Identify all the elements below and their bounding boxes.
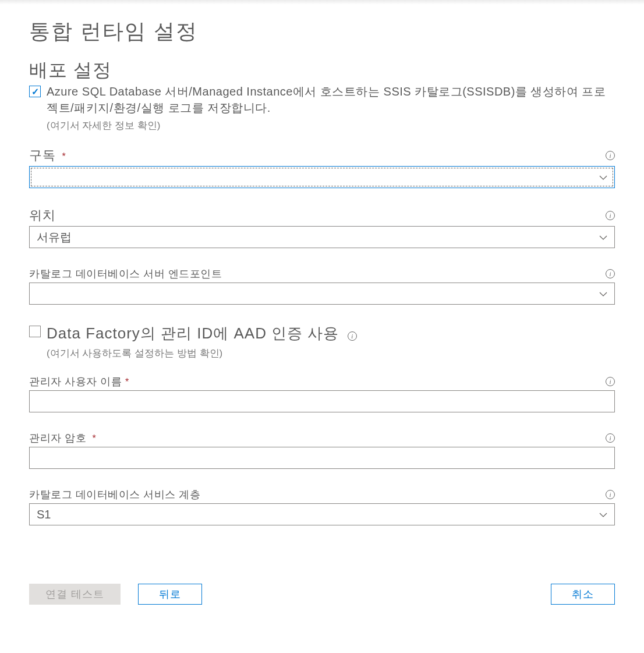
- endpoint-label: 카탈로그 데이터베이스 서버 엔드포인트: [29, 267, 222, 281]
- chevron-down-icon: [599, 510, 607, 519]
- aad-checkbox-label: Data Factory의 관리 ID에 AAD 인증 사용: [47, 324, 339, 342]
- admin-password-field-group: 관리자 암호 * i: [29, 431, 615, 469]
- chevron-down-icon: [599, 289, 607, 298]
- ssisdb-checkbox-row: ✓ Azure SQL Database 서버/Managed Instance…: [29, 83, 615, 116]
- footer-left: 연결 테스트 뒤로: [29, 584, 202, 605]
- service-tier-field-group: 카탈로그 데이터베이스 서비스 계층 i S1: [29, 488, 615, 525]
- info-icon[interactable]: i: [348, 331, 357, 341]
- info-icon[interactable]: i: [606, 490, 615, 499]
- chevron-down-icon: [599, 172, 607, 182]
- subscription-label-row: 구독 * i: [29, 147, 615, 164]
- admin-password-label-row: 관리자 암호 * i: [29, 431, 615, 445]
- admin-user-label: 관리자 사용자 이름: [29, 376, 122, 387]
- footer: 연결 테스트 뒤로 취소: [29, 572, 615, 605]
- admin-user-label-row: 관리자 사용자 이름* i: [29, 375, 615, 389]
- service-tier-value: S1: [37, 508, 51, 521]
- back-button[interactable]: 뒤로: [138, 584, 202, 605]
- location-field-group: 위치 i 서유럽: [29, 207, 615, 248]
- info-icon[interactable]: i: [606, 269, 615, 278]
- ssisdb-info-link[interactable]: (여기서 자세한 정보 확인): [47, 119, 615, 132]
- admin-password-label: 관리자 암호: [29, 432, 86, 444]
- settings-panel: 통합 런타임 설정 배포 설정 ✓ Azure SQL Database 서버/…: [0, 0, 644, 622]
- aad-info-link[interactable]: (여기서 사용하도록 설정하는 방법 확인): [47, 347, 615, 360]
- section-title: 배포 설정: [29, 58, 615, 83]
- service-tier-label: 카탈로그 데이터베이스 서비스 계층: [29, 488, 200, 502]
- aad-checkbox-row: Data Factory의 관리 ID에 AAD 인증 사용 i: [29, 323, 615, 344]
- checkmark-icon: ✓: [31, 86, 39, 97]
- info-icon[interactable]: i: [606, 433, 615, 443]
- endpoint-field-group: 카탈로그 데이터베이스 서버 엔드포인트 i: [29, 267, 615, 305]
- ssisdb-checkbox[interactable]: ✓: [29, 86, 41, 97]
- location-label: 위치: [29, 207, 56, 224]
- test-connection-button: 연결 테스트: [29, 584, 121, 605]
- service-tier-label-row: 카탈로그 데이터베이스 서비스 계층 i: [29, 488, 615, 502]
- info-icon[interactable]: i: [606, 377, 615, 386]
- page-title: 통합 런타임 설정: [29, 17, 615, 46]
- subscription-field-group: 구독 * i: [29, 147, 615, 188]
- admin-password-input[interactable]: [29, 447, 615, 469]
- aad-section: Data Factory의 관리 ID에 AAD 인증 사용 i (여기서 사용…: [29, 323, 615, 360]
- admin-user-field-group: 관리자 사용자 이름* i: [29, 375, 615, 412]
- required-asterisk: *: [125, 377, 129, 387]
- aad-checkbox[interactable]: [29, 326, 41, 337]
- endpoint-select[interactable]: [29, 283, 615, 305]
- location-label-row: 위치 i: [29, 207, 615, 224]
- admin-user-input[interactable]: [29, 390, 615, 412]
- required-asterisk: *: [62, 151, 65, 161]
- ssisdb-checkbox-label: Azure SQL Database 서버/Managed Instance에서…: [47, 83, 615, 116]
- cancel-button[interactable]: 취소: [551, 584, 615, 605]
- subscription-select[interactable]: [29, 166, 615, 188]
- location-value: 서유럽: [37, 230, 72, 245]
- subscription-label: 구독: [29, 148, 56, 163]
- location-select[interactable]: 서유럽: [29, 226, 615, 248]
- shadow-decoration: [0, 0, 644, 5]
- chevron-down-icon: [599, 232, 607, 242]
- required-asterisk: *: [92, 433, 95, 443]
- info-icon[interactable]: i: [606, 151, 615, 160]
- endpoint-label-row: 카탈로그 데이터베이스 서버 엔드포인트 i: [29, 267, 615, 281]
- service-tier-select[interactable]: S1: [29, 503, 615, 525]
- info-icon[interactable]: i: [606, 211, 615, 220]
